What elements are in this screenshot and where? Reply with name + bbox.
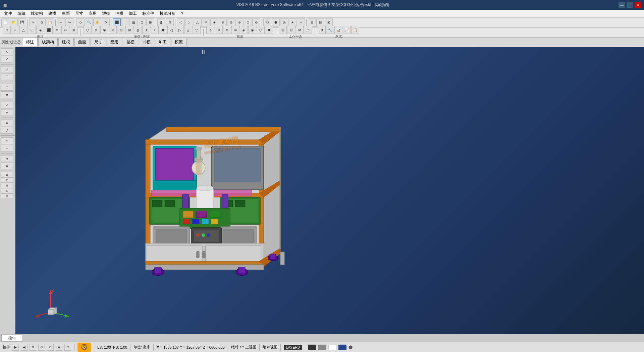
status-icon4[interactable]: ⊖ [38, 344, 45, 351]
tb-t3[interactable]: ⊠ [325, 18, 333, 27]
tb-open[interactable]: 📂 [10, 18, 18, 27]
menu-surface[interactable]: 曲面 [59, 10, 72, 17]
sidebar-measure[interactable]: ⌀ [1, 102, 13, 108]
status-icon5[interactable]: ↺ [47, 344, 54, 351]
sidebar-select2[interactable]: ↗ [1, 56, 13, 62]
bottom-tab-control[interactable]: 控牛 [1, 335, 23, 342]
tb-s1[interactable]: ⬡ [263, 18, 271, 27]
tb-r1[interactable]: ◁ [177, 18, 185, 27]
status-icon1[interactable]: ▶ [12, 344, 19, 351]
close-button[interactable]: ✕ [635, 2, 641, 8]
tab-flow[interactable]: 模流 [171, 38, 186, 46]
color-swatch-blue[interactable] [338, 345, 346, 350]
tb-r3[interactable]: △ [194, 18, 202, 27]
tb-r9[interactable]: ⊙ [244, 18, 252, 27]
tb-r7[interactable]: ⊗ [227, 18, 235, 27]
sidebar-prop3[interactable]: ⊞ [1, 183, 13, 188]
tb-cut[interactable]: ✂ [29, 18, 37, 27]
tb-s2[interactable]: ⬢ [272, 18, 280, 27]
menu-apply[interactable]: 应用 [86, 10, 99, 17]
sidebar-draft[interactable]: ◈ [1, 155, 13, 162]
tb2-img12[interactable]: ▷ [176, 26, 184, 34]
menu-edit[interactable]: 编辑 [15, 10, 28, 17]
tb-rotate[interactable]: ↻ [102, 18, 110, 27]
tb2-shape1[interactable]: □ [3, 26, 11, 34]
tb2-shape7[interactable]: ⊕ [53, 26, 61, 34]
tb2-sys3[interactable]: 📊 [334, 26, 342, 34]
tb2-sys4[interactable]: 📈 [343, 26, 351, 34]
tb2-img1[interactable]: ⬡ [84, 26, 92, 34]
tb-paste[interactable]: 📋 [46, 18, 54, 27]
tb2-sys1[interactable]: ⚙ [318, 26, 326, 34]
menu-wireframe[interactable]: 线架构 [28, 10, 46, 17]
tb-redo[interactable]: ↪ [65, 18, 73, 27]
status-icon7[interactable]: ⊙ [64, 344, 71, 351]
tb-icon4[interactable]: ⊡ [138, 18, 146, 27]
tb2-wp1[interactable]: ⊞ [279, 26, 287, 34]
tb2-img2[interactable]: ⊕ [92, 26, 100, 34]
status-icon3[interactable]: ⊕ [30, 344, 36, 351]
tb-r5[interactable]: ◈ [210, 18, 218, 27]
tb2-shape9[interactable]: ⊠ [70, 26, 78, 34]
tb-s3[interactable]: ◎ [280, 18, 288, 27]
menu-model[interactable]: 建模 [46, 10, 59, 17]
tb-undo[interactable]: ↩ [57, 18, 65, 27]
tb2-view2[interactable]: ⊕ [215, 26, 223, 34]
tb-s4[interactable]: ✦ [288, 18, 297, 27]
sidebar-prop2[interactable]: ⊡ [1, 177, 13, 183]
sidebar-blend[interactable]: ◉ [1, 163, 13, 169]
tb2-wp3[interactable]: ⊠ [296, 26, 304, 34]
tb-new[interactable]: 📄 [1, 18, 9, 27]
menu-mold[interactable]: 塑模 [99, 10, 113, 17]
tab-wireframe[interactable]: 线架构 [38, 38, 58, 46]
tb2-shape4[interactable]: ⬡ [28, 26, 36, 34]
tb2-img3[interactable]: ◉ [100, 26, 108, 34]
tb2-img11[interactable]: ◁ [167, 26, 175, 34]
tb-pan[interactable]: ✋ [93, 18, 101, 27]
tb-r8[interactable]: ⊘ [235, 18, 244, 27]
tb2-view1[interactable]: ⊹ [206, 26, 214, 34]
tb-icon3[interactable]: ▦ [129, 18, 138, 27]
tb-save[interactable]: 💾 [18, 18, 26, 27]
tab-apply[interactable]: 应用 [107, 38, 122, 46]
tb2-view5[interactable]: ◈ [240, 26, 248, 34]
tb-icon5[interactable]: ⊠ [146, 18, 154, 27]
tb-zoom[interactable]: 🔍 [85, 18, 93, 27]
tb2-shape2[interactable]: ○ [11, 26, 19, 34]
tb2-view8[interactable]: ⬢ [265, 26, 273, 34]
tb2-img7[interactable]: ◎ [134, 26, 142, 34]
sidebar-trim[interactable]: ✂ [1, 137, 13, 144]
tb2-sys2[interactable]: 🔧 [326, 26, 334, 34]
tb-t1[interactable]: ⊞ [308, 18, 316, 27]
tb2-view6[interactable]: ◉ [248, 26, 256, 34]
tb2-img14[interactable]: ▽ [193, 26, 201, 34]
tb2-img8[interactable]: ✦ [142, 26, 150, 34]
status-icon6[interactable]: ◈ [56, 344, 62, 351]
tab-punch[interactable]: 冲模 [139, 38, 154, 46]
tb-r10[interactable]: ⊚ [252, 18, 260, 27]
tb2-wp2[interactable]: ⊟ [287, 26, 295, 34]
tb2-view4[interactable]: ⊗ [231, 26, 239, 34]
tb-copy[interactable]: ⧉ [38, 18, 46, 27]
color-swatch-white[interactable] [328, 345, 336, 350]
tb2-shape8[interactable]: ⊙ [61, 26, 69, 34]
tb2-sys5[interactable]: 📋 [351, 26, 359, 34]
sidebar-mirror[interactable]: ⇌ [1, 127, 13, 134]
tb2-wp4[interactable]: ⊡ [304, 26, 312, 34]
tb-t2[interactable]: ⊟ [316, 18, 324, 27]
tb-r4[interactable]: ▽ [202, 18, 210, 27]
sidebar-prop1[interactable]: Ø [1, 172, 13, 177]
sidebar-move[interactable]: ✛ [1, 109, 13, 116]
tb-active1[interactable]: ⬛ [113, 18, 121, 27]
menu-dimension[interactable]: 尺寸 [72, 10, 86, 17]
tb-delete[interactable]: 🗑 [157, 18, 165, 27]
tb-select[interactable]: ⊹ [76, 18, 85, 27]
tb-icon2[interactable]: ⬜ [121, 18, 129, 27]
menu-standard[interactable]: 标准件 [140, 10, 157, 17]
tab-modeling[interactable]: 建模 [58, 38, 74, 46]
tb-s5[interactable]: ✧ [297, 18, 305, 27]
menu-file[interactable]: 文件 [1, 10, 15, 17]
tb-r2[interactable]: ▷ [185, 18, 193, 27]
tb2-shape3[interactable]: △ [19, 26, 28, 34]
tab-machining[interactable]: 加工 [155, 38, 170, 46]
